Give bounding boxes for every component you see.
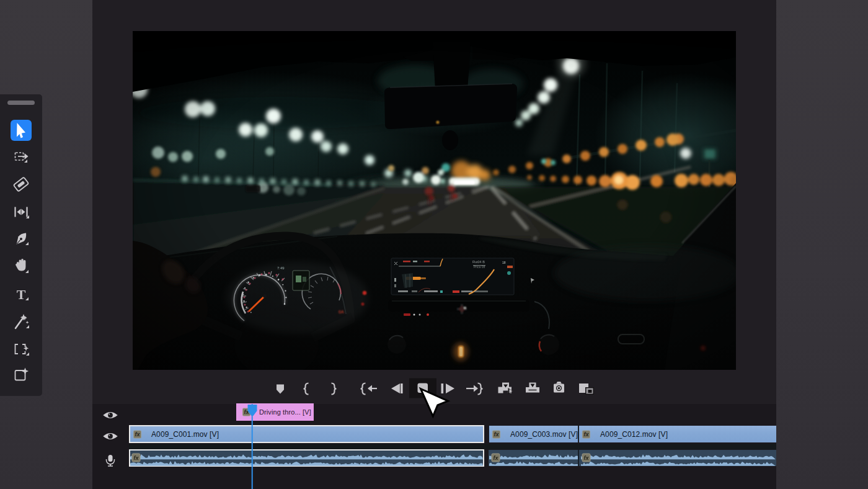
svg-text:T: T [17, 287, 26, 302]
svg-text:fx: fx [493, 455, 498, 461]
svg-text:fx: fx [583, 455, 589, 461]
svg-text:fx: fx [133, 455, 139, 461]
